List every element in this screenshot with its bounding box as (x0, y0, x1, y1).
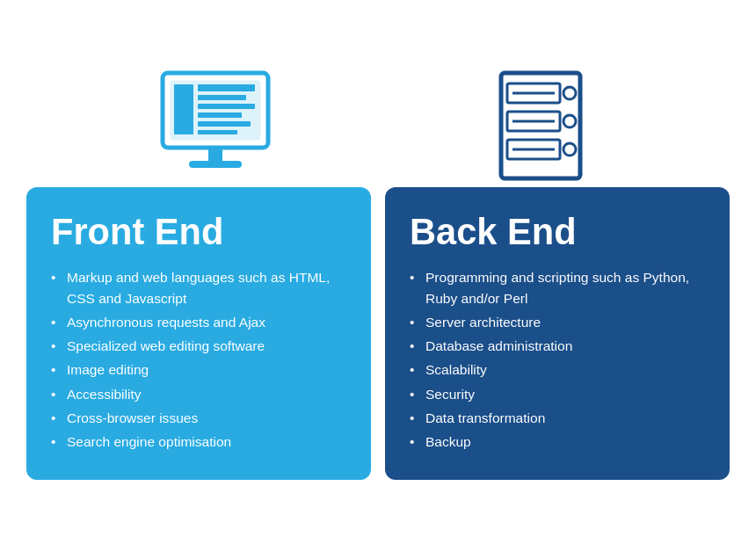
list-item: Cross-browser issues (51, 408, 346, 428)
list-item: Programming and scripting such as Python… (410, 267, 705, 308)
svg-point-15 (563, 115, 576, 127)
back-end-card: Back End Programming and scripting such … (385, 187, 730, 481)
list-item: Security (410, 384, 705, 404)
monitor-icon-wrap (53, 64, 378, 187)
list-item: Specialized web editing software (51, 336, 346, 356)
svg-rect-11 (501, 73, 580, 178)
front-end-card: Front End Markup and web languages such … (26, 187, 371, 481)
cards-row: Front End Markup and web languages such … (18, 187, 738, 481)
svg-rect-4 (198, 95, 246, 100)
front-end-list: Markup and web languages such as HTML, C… (51, 267, 346, 452)
back-end-title: Back End (410, 212, 705, 252)
list-item: Asynchronous requests and Ajax (51, 312, 346, 332)
list-item: Database administration (410, 336, 705, 356)
svg-rect-5 (198, 104, 255, 109)
list-item: Image editing (51, 359, 346, 380)
list-item: Data transformation (410, 408, 705, 428)
front-end-title: Front End (51, 212, 346, 252)
svg-point-13 (563, 87, 576, 99)
list-item: Scalability (410, 359, 705, 380)
svg-point-17 (563, 143, 576, 156)
svg-rect-3 (198, 84, 255, 91)
list-item: Markup and web languages such as HTML, C… (51, 267, 346, 308)
svg-rect-2 (174, 84, 193, 134)
server-icon-wrap (378, 64, 703, 187)
list-item: Accessibility (51, 384, 346, 404)
page-container: Front End Markup and web languages such … (18, 47, 738, 498)
list-item: Server architecture (410, 312, 705, 332)
monitor-icon (145, 64, 286, 187)
server-icon (470, 64, 611, 187)
list-item: Backup (410, 432, 705, 452)
svg-rect-10 (189, 161, 242, 168)
svg-rect-6 (198, 112, 242, 118)
svg-rect-8 (198, 130, 237, 134)
list-item: Search engine optimisation (51, 432, 346, 452)
svg-rect-7 (198, 121, 251, 127)
icons-row (18, 64, 738, 187)
back-end-list: Programming and scripting such as Python… (410, 267, 705, 452)
